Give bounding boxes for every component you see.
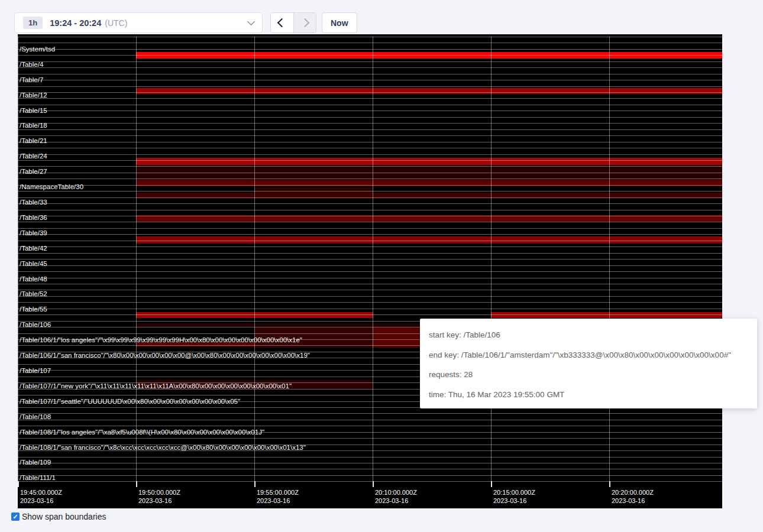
- axis-date: 2023-03-16: [138, 497, 180, 505]
- row-label: /Table/108: [20, 413, 51, 421]
- next-interval-button[interactable]: [293, 13, 316, 33]
- row-label: /Table/52: [20, 290, 47, 298]
- axis-time: 19:55:00.000Z: [257, 488, 299, 497]
- heatmap-span[interactable]: [136, 88, 722, 94]
- duration-badge: 1h: [23, 17, 43, 29]
- row-label: /Table/12: [20, 91, 47, 99]
- toolbar: 1h 19:24 - 20:24 (UTC) Now: [0, 0, 763, 34]
- heatmap-span[interactable]: [136, 52, 722, 59]
- row-label: /Table/7: [20, 76, 43, 84]
- row-label: /Table/4: [20, 60, 43, 69]
- axis-time: 19:45:00.000Z: [20, 488, 62, 497]
- axis-tick: [18, 481, 19, 487]
- tooltip-start-key: start key: /Table/106: [429, 325, 748, 345]
- row-label: /Table/24: [20, 152, 47, 160]
- row-label: /Table/109: [20, 458, 51, 466]
- previous-interval-button[interactable]: [271, 13, 293, 33]
- axis-tick: [254, 481, 256, 487]
- heatmap-span[interactable]: [136, 165, 722, 180]
- row-label: /Table/39: [20, 229, 47, 237]
- chevron-right-icon: [300, 18, 309, 28]
- time-axis-label: 20:20:00.000Z2023-03-16: [612, 488, 654, 505]
- axis-time: 19:50:00.000Z: [138, 488, 180, 497]
- time-axis-label: 20:15:00.000Z2023-03-16: [493, 488, 535, 505]
- chevron-left-icon: [277, 18, 287, 28]
- row-label: /Table/27: [20, 167, 47, 176]
- axis-time: 20:10:00.000Z: [375, 488, 417, 497]
- row-label: /Table/55: [20, 305, 47, 313]
- axis-tick: [373, 481, 374, 487]
- time-axis-label: 19:55:00.000Z2023-03-16: [257, 488, 299, 505]
- chevron-down-icon: [247, 18, 255, 25]
- heatmap-span[interactable]: [136, 215, 722, 222]
- span-boundaries-overlay: [18, 37, 722, 487]
- row-label: /Table/45: [20, 259, 47, 268]
- heatmap-span[interactable]: [136, 236, 722, 244]
- time-gridline: [491, 37, 492, 487]
- row-label: /Table/107/1/"new york"/"\x11\x11\x11\x1…: [20, 382, 292, 390]
- row-label: /Table/21: [20, 137, 47, 145]
- time-range-text: 19:24 - 20:24: [50, 18, 101, 28]
- timezone-text: (UTC): [105, 18, 127, 28]
- row-label: /Table/48: [20, 275, 47, 283]
- row-label: /NamespaceTable/30: [20, 183, 83, 191]
- tooltip-time: time: Thu, 16 Mar 2023 19:55:00 GMT: [429, 385, 748, 405]
- heatmap-span[interactable]: [254, 188, 373, 193]
- time-axis-label: 19:45:00.000Z2023-03-16: [20, 488, 62, 505]
- row-label: /Table/33: [20, 198, 47, 206]
- row-label: /Table/106: [20, 320, 51, 329]
- axis-time: 20:15:00.000Z: [493, 488, 535, 497]
- row-label: /Table/106/1/"los angeles"/"\x99\x99\x99…: [20, 336, 302, 344]
- axis-tick: [136, 481, 137, 487]
- row-label: /Table/18: [20, 121, 47, 129]
- tooltip-requests: requests: 28: [429, 365, 748, 385]
- axis-date: 2023-03-16: [375, 497, 417, 505]
- time-axis-label: 19:50:00.000Z2023-03-16: [138, 488, 180, 505]
- time-gridline: [373, 37, 373, 487]
- row-label: /Table/15: [20, 106, 47, 115]
- axis-date: 2023-03-16: [493, 497, 535, 505]
- axis-date: 2023-03-16: [257, 497, 299, 505]
- axis-tick: [491, 481, 492, 487]
- row-label: /Table/111/1: [20, 473, 56, 482]
- row-label: /Table/107/1/"seattle"/"UUUUUUD\x00\x80\…: [20, 397, 240, 406]
- time-nav-group: [270, 12, 316, 33]
- row-label: /Table/42: [20, 244, 47, 252]
- footer: ✓ Show span boundaries: [11, 512, 106, 521]
- axis-time: 20:20:00.000Z: [612, 488, 654, 497]
- time-gridline: [136, 37, 137, 487]
- time-gridline: [254, 37, 255, 487]
- span-tooltip: start key: /Table/106 end key: /Table/10…: [420, 319, 757, 408]
- time-gridline: [609, 37, 610, 487]
- row-label: /Table/36: [20, 213, 47, 222]
- row-label: /System/tsd: [20, 45, 55, 53]
- heatmap[interactable]: /System/tsd/Table/4/Table/7/Table/12/Tab…: [18, 34, 722, 508]
- axis-tick: [609, 481, 610, 487]
- time-range-selector[interactable]: 1h 19:24 - 20:24 (UTC): [14, 12, 263, 33]
- heatmap-span[interactable]: [136, 158, 722, 165]
- row-label: /Table/106/1/"san francisco"/"\x80\x00\x…: [20, 351, 310, 359]
- show-span-boundaries-label: Show span boundaries: [22, 512, 106, 521]
- row-label: /Table/108/1/"san francisco"/"\x8c\xcc\x…: [20, 443, 306, 452]
- show-span-boundaries-checkbox[interactable]: ✓: [11, 512, 20, 521]
- time-gridline: [18, 37, 18, 487]
- row-label: /Table/108/1/"los angeles"/"\xa8\xf5\u00…: [20, 428, 264, 436]
- heatmap-span[interactable]: [491, 312, 722, 318]
- time-axis-label: 20:10:00.000Z2023-03-16: [375, 488, 417, 505]
- tooltip-end-key: end key: /Table/106/1/"amsterdam"/"\xb33…: [429, 345, 748, 365]
- heatmap-span[interactable]: [136, 180, 722, 186]
- now-button[interactable]: Now: [322, 12, 357, 33]
- heatmap-span[interactable]: [136, 193, 722, 199]
- axis-date: 2023-03-16: [612, 497, 654, 505]
- axis-date: 2023-03-16: [20, 497, 62, 505]
- row-label: /Table/107: [20, 366, 51, 375]
